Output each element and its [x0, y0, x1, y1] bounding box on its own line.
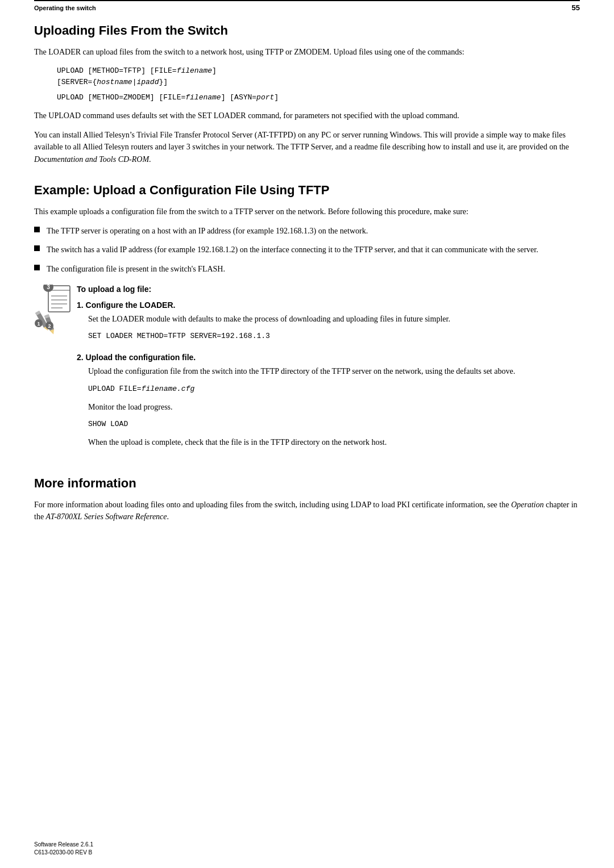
section1-title: Uploading Files From the Switch: [34, 23, 580, 38]
list-item: The switch has a valid IP address (for e…: [34, 244, 580, 256]
main-content: Uploading Files From the Switch The LOAD…: [34, 12, 580, 523]
section1-para2: The UPLOAD command uses defaults set wit…: [34, 110, 580, 122]
step1-para: Set the LOADER module with defaults to m…: [88, 313, 580, 326]
section2-title: Example: Upload a Configuration File Usi…: [34, 183, 580, 198]
list-item: The TFTP server is operating on a host w…: [34, 225, 580, 237]
step1-content: Set the LOADER module with defaults to m…: [88, 313, 580, 343]
step2-content: Upload the configuration file from the s…: [88, 365, 580, 449]
procedure-icon-area: 3 1: [34, 285, 77, 338]
bullet-icon: [34, 265, 40, 270]
list-item: The configuration file is present in the…: [34, 263, 580, 276]
header-left: Operating the switch: [34, 5, 96, 11]
section1-para1: The LOADER can upload files from the swi…: [34, 46, 580, 59]
procedure-area: 3 1: [34, 285, 580, 459]
code-line-2: [SERVER={hostname|ipadd}]: [57, 77, 580, 89]
step-1: 1. Configure the LOADER. Set the LOADER …: [77, 301, 580, 343]
page-header: Operating the switch 55: [34, 0, 580, 12]
step-2: 2. Upload the configuration file. Upload…: [77, 353, 580, 449]
page-number: 55: [572, 3, 580, 12]
procedure-title: To upload a log file:: [77, 285, 580, 294]
section3-title: More information: [34, 476, 580, 491]
footer-line2: C613-02030-00 REV B: [34, 849, 93, 857]
section2-para1: This example uploads a configuration fil…: [34, 206, 580, 218]
step2-para3: When the upload is complete, check that …: [88, 436, 580, 449]
code-line-1: UPLOAD [METHOD=TFTP] [FILE=filename]: [57, 65, 580, 77]
section-example: Example: Upload a Configuration File Usi…: [34, 183, 580, 459]
bullet-icon: [34, 227, 40, 232]
section-uploading: Uploading Files From the Switch The LOAD…: [34, 23, 580, 166]
section3-para1: For more information about loading files…: [34, 499, 580, 523]
section1-para3: You can install Allied Telesyn’s Trivial…: [34, 129, 580, 166]
svg-text:3: 3: [47, 285, 50, 290]
bullet-list: The TFTP server is operating on a host w…: [34, 225, 580, 276]
page-footer: Software Release 2.6.1 C613-02030-00 REV…: [34, 841, 93, 857]
code-block-1: UPLOAD [METHOD=TFTP] [FILE=filename] [SE…: [57, 65, 580, 104]
notepad-pencil-icon: 3 1: [34, 285, 74, 336]
svg-text:2: 2: [48, 323, 51, 329]
steps-content: To upload a log file: 1. Configure the L…: [77, 285, 580, 459]
code-line-3: UPLOAD [METHOD=ZMODEM] [FILE=filename] […: [57, 92, 580, 104]
step1-code: SET LOADER METHOD=TFTP SERVER=192.168.1.…: [88, 331, 580, 343]
step2-code2: SHOW LOAD: [88, 419, 580, 431]
section-more-info: More information For more information ab…: [34, 476, 580, 523]
step2-para2: Monitor the load progress.: [88, 401, 580, 414]
step2-code1: UPLOAD FILE=filename.cfg: [88, 383, 580, 395]
page-container: Operating the switch 55 Uploading Files …: [0, 0, 614, 868]
step2-para1: Upload the configuration file from the s…: [88, 365, 580, 378]
footer-line1: Software Release 2.6.1: [34, 841, 93, 849]
step2-header: 2. Upload the configuration file.: [77, 353, 580, 362]
bullet-icon: [34, 245, 40, 251]
step1-header: 1. Configure the LOADER.: [77, 301, 580, 310]
svg-text:1: 1: [37, 321, 40, 327]
